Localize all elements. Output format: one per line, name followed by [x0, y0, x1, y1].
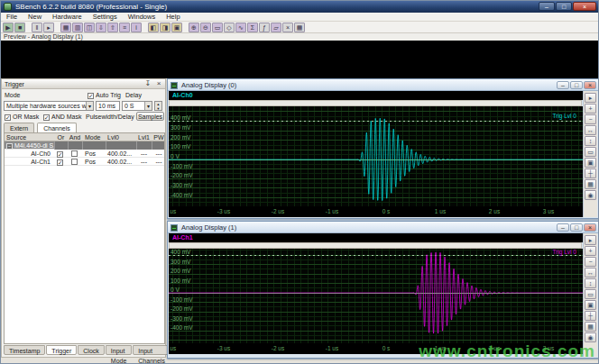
close-all-displays-icon[interactable]: × [282, 23, 293, 32]
tab-timestamp[interactable]: Timestamp [4, 345, 45, 355]
maximize-button[interactable]: □ [570, 81, 583, 89]
fit-display-icon[interactable]: ▣ [585, 300, 596, 310]
trigger-group-row[interactable]: −M4i.4450-di S... [5, 141, 164, 150]
tab-trigger[interactable]: Trigger [46, 345, 77, 355]
or-mask-checkbox[interactable]: ✓ [54, 150, 68, 158]
fit-display-icon[interactable]: ▣ [585, 158, 596, 168]
menu-help[interactable]: Help [161, 13, 185, 21]
column-header-mode[interactable]: Mode [82, 133, 106, 141]
close-button[interactable]: × [584, 81, 596, 89]
zoom-rect-tool-icon[interactable]: ▭ [585, 289, 596, 299]
new-docu-icon[interactable]: ▱ [271, 23, 281, 32]
graph-area-1[interactable]: 400 mV300 mV200 mV100 mV0 V-100 mV-200 m… [169, 249, 584, 343]
new-multi-display-icon[interactable]: ◫ [84, 23, 95, 32]
save-all-icon[interactable]: ▣ [171, 23, 182, 32]
card-settings-icon[interactable]: ≡ [119, 23, 130, 32]
column-header-lvl1[interactable]: Lvl1 [136, 133, 152, 141]
zoom-out-icon[interactable]: ⊖ [200, 23, 211, 32]
column-header-lvl0[interactable]: Lvl0 [106, 133, 136, 141]
minimize-button[interactable]: – [557, 81, 569, 89]
save-file-icon[interactable]: ◨ [160, 23, 170, 32]
mode-cell[interactable]: Pos [82, 150, 106, 158]
pause-acquisition-icon[interactable]: ‖ [32, 23, 42, 32]
graph-area-0[interactable]: 400 mV300 mV200 mV100 mV0 V-100 mV-200 m… [169, 106, 584, 206]
zoom-rect-tool-icon[interactable]: ▭ [585, 147, 596, 157]
scroll-strip[interactable] [169, 242, 582, 249]
trigger-channel-row[interactable]: AI-Ch0✓Pos400.02...------ [5, 150, 164, 158]
import-signal-icon[interactable]: ⇩ [96, 23, 106, 32]
minimize-button[interactable]: – [539, 2, 555, 11]
zoom-out-tool-icon[interactable]: − [585, 114, 596, 124]
level1-cell[interactable]: --- [136, 150, 152, 158]
open-file-icon[interactable]: ◧ [148, 23, 159, 32]
dock-pin-icon[interactable]: ↧ [143, 79, 152, 88]
cursor-tool-icon[interactable]: ┼ [585, 311, 596, 321]
zoom-in-tool-icon[interactable]: + [585, 104, 596, 114]
panel-close-icon[interactable]: × [154, 79, 163, 88]
auto-trig-timeout-field[interactable]: 10 ms [96, 101, 120, 111]
menu-hardware[interactable]: Hardware [47, 13, 88, 21]
display-window-titlebar[interactable]: Analog Display (1) – □ × [168, 222, 598, 233]
pulsewidth-cell[interactable]: --- [152, 150, 165, 158]
column-header-source[interactable]: Source [5, 133, 54, 141]
level0-cell[interactable]: 400.02... [106, 158, 136, 166]
trigger-channel-row[interactable]: AI-Ch1✓Pos400.02...------ [5, 158, 164, 166]
tab-clock[interactable]: Clock [78, 345, 105, 355]
and-mask-checkbox[interactable] [68, 158, 82, 166]
maximize-button[interactable]: □ [556, 2, 572, 11]
zoom-in-icon[interactable]: ⊕ [189, 23, 199, 32]
samples-button[interactable]: Samples [136, 112, 164, 121]
auto-trig-checkbox[interactable]: ✓Auto Trig [88, 92, 121, 99]
delay-select[interactable]: 0 S▾ [122, 101, 152, 111]
zoom-x-tool-icon[interactable]: ↔ [585, 125, 596, 135]
start-acquisition-icon[interactable]: ▶ [3, 23, 14, 32]
grid-toggle-icon[interactable]: ▦ [585, 322, 596, 332]
and-mask-checkbox[interactable]: ✓AND Mask [43, 114, 81, 121]
column-header-or[interactable]: Or [54, 133, 68, 141]
display-window-titlebar[interactable]: Analog Display (0) – □ × [168, 79, 598, 91]
new-digital-display-icon[interactable]: ▥ [72, 23, 83, 32]
fft-calc-icon[interactable]: ƒ [259, 23, 270, 32]
sum-calc-icon[interactable]: Σ [247, 23, 258, 32]
level1-cell[interactable]: --- [136, 158, 152, 166]
column-header-and[interactable]: And [68, 133, 82, 141]
snapshot-tool-icon[interactable]: ◉ [585, 190, 596, 200]
tab-extern[interactable]: Extern [4, 123, 34, 132]
trigger-panel-header[interactable]: Trigger ↧ × [2, 79, 165, 89]
or-mask-checkbox[interactable]: ✓OR Mask [5, 114, 39, 121]
new-analog-display-icon[interactable]: ▦ [60, 23, 71, 32]
scroll-strip[interactable] [169, 100, 582, 106]
tab-channels[interactable]: Channels [37, 123, 77, 132]
and-mask-checkbox[interactable] [68, 150, 82, 158]
maximize-button[interactable]: □ [570, 223, 583, 232]
tile-windows-icon[interactable]: ▦ [294, 23, 305, 32]
zoom-x-tool-icon[interactable]: ↔ [585, 268, 596, 278]
title-bar[interactable]: SBench 6.2.2 build 8080 (Professional - … [1, 1, 598, 13]
column-header-pw[interactable]: PW [152, 133, 165, 141]
grid-toggle-icon[interactable]: ▦ [585, 179, 596, 189]
cursor-tool-icon[interactable]: ◇ [224, 23, 235, 32]
export-signal-icon[interactable]: ⇧ [107, 23, 118, 32]
menu-new[interactable]: New [23, 13, 47, 21]
minimize-button[interactable]: – [557, 223, 569, 232]
cursor-tool-icon[interactable]: ┼ [585, 168, 596, 178]
delay-spinner[interactable]: ▴▾ [154, 101, 162, 111]
menu-settings[interactable]: Settings [88, 13, 123, 21]
close-button[interactable]: × [573, 2, 596, 11]
close-button[interactable]: × [584, 223, 596, 232]
zoom-y-tool-icon[interactable]: ↕ [585, 136, 596, 146]
trigger-source-select[interactable]: Multiple hardware sources with AND/OR▾ [4, 101, 94, 111]
menu-file[interactable]: File [1, 13, 23, 21]
single-shot-icon[interactable]: ▸ [43, 23, 54, 32]
zoom-fit-icon[interactable]: ▭ [212, 23, 223, 32]
select-tool-icon[interactable]: ▸ [585, 93, 596, 103]
mode-cell[interactable]: Pos [82, 158, 106, 166]
pulsewidth-cell[interactable]: --- [152, 158, 165, 166]
signal-calc-icon[interactable]: ∿ [235, 23, 246, 32]
info-panel-icon[interactable]: i [131, 23, 142, 32]
or-mask-checkbox[interactable]: ✓ [54, 158, 68, 166]
level0-cell[interactable]: 400.02... [106, 150, 136, 158]
select-tool-icon[interactable]: ▸ [585, 235, 596, 245]
tab-input-mode[interactable]: Input Mode [106, 345, 133, 355]
menu-windows[interactable]: Windows [123, 13, 161, 21]
